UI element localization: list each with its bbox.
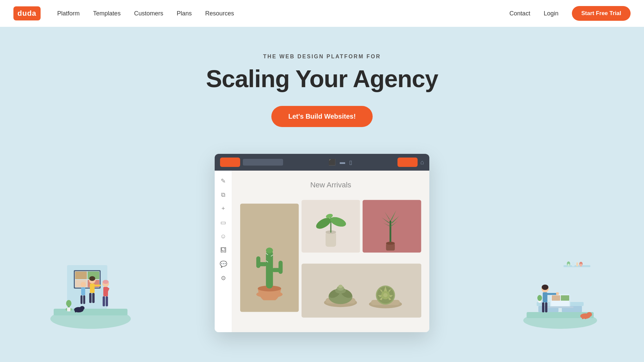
mobile-icon[interactable]: ▯ <box>349 159 352 166</box>
svg-rect-20 <box>103 296 105 306</box>
svg-rect-68 <box>256 256 260 268</box>
topbar-orange-button[interactable] <box>220 158 240 167</box>
svg-rect-12 <box>67 307 70 311</box>
hero-cta-button[interactable]: Let's Build Websites! <box>271 106 372 127</box>
hero-subtitle: THE WEB DESIGN PLATFORM FOR <box>7 54 637 60</box>
svg-rect-15 <box>89 293 92 303</box>
svg-rect-26 <box>83 295 85 304</box>
nav-platform[interactable]: Platform <box>57 10 80 17</box>
chat-icon[interactable]: 💬 <box>220 260 227 268</box>
svg-rect-24 <box>81 287 85 295</box>
canvas-section-title: New Arrivals <box>240 181 421 189</box>
product-plant-beige <box>302 196 360 258</box>
svg-rect-52 <box>542 302 544 312</box>
cart-icon[interactable]: ⛾ <box>220 247 226 254</box>
svg-point-32 <box>103 280 109 284</box>
add-icon[interactable]: + <box>221 205 225 212</box>
svg-rect-59 <box>582 316 584 319</box>
svg-rect-46 <box>572 262 575 266</box>
svg-rect-49 <box>580 264 582 266</box>
product-plant-pink <box>363 196 421 258</box>
topbar-center: ⬛ ▬ ▯ <box>328 159 352 166</box>
svg-rect-54 <box>547 293 557 295</box>
settings-icon[interactable]: ⚙ <box>221 275 226 282</box>
svg-rect-42 <box>547 306 574 308</box>
nav-plans[interactable]: Plans <box>177 10 192 17</box>
svg-rect-86 <box>302 264 421 318</box>
svg-rect-70 <box>278 261 282 274</box>
person-icon[interactable]: ☺ <box>220 233 226 240</box>
desktop-icon[interactable]: ⬛ <box>328 159 336 166</box>
svg-point-28 <box>80 306 85 310</box>
nav-login[interactable]: Login <box>544 10 558 17</box>
topbar-bar <box>243 159 283 166</box>
hero-section: THE WEB DESIGN PLATFORM FOR Scaling Your… <box>0 27 644 140</box>
svg-rect-41 <box>561 295 569 301</box>
topbar-right: ⌂ <box>397 158 424 167</box>
folder-icon[interactable]: ▭ <box>220 219 226 226</box>
navbar: duda Platform Templates Customers Plans … <box>0 0 644 27</box>
svg-point-85 <box>386 242 395 245</box>
svg-point-71 <box>266 247 273 253</box>
svg-rect-29 <box>75 310 76 312</box>
hero-title: Scaling Your Agency <box>7 65 637 93</box>
start-free-trial-button[interactable]: Start Free Trial <box>572 6 631 21</box>
editor-body: ✎ ⧉ + ▭ ☺ ⛾ 💬 ⚙ New Arrivals <box>215 171 429 332</box>
svg-rect-60 <box>585 316 586 319</box>
nav-templates[interactable]: Templates <box>93 10 121 17</box>
edit-icon[interactable]: ✎ <box>221 177 226 185</box>
nav-customers[interactable]: Customers <box>134 10 163 17</box>
tablet-icon[interactable]: ▬ <box>340 159 345 165</box>
illustration-right <box>520 245 600 332</box>
nav-contact[interactable]: Contact <box>509 10 530 17</box>
svg-point-58 <box>587 312 592 317</box>
svg-rect-53 <box>545 302 547 312</box>
editor-mockup: ⬛ ▬ ▯ ⌂ ✎ ⧉ + ▭ ☺ ⛾ 💬 ⚙ <box>215 154 429 332</box>
svg-point-94 <box>338 285 343 288</box>
product-succulents <box>302 260 421 322</box>
svg-rect-25 <box>80 295 83 304</box>
product-grid <box>240 196 421 322</box>
nav-right: Contact Login Start Free Trial <box>509 6 631 21</box>
home-icon[interactable]: ⌂ <box>420 159 424 166</box>
nav-resources[interactable]: Resources <box>205 10 234 17</box>
topbar-left <box>220 158 283 167</box>
editor-topbar: ⬛ ▬ ▯ ⌂ <box>215 154 429 171</box>
product-cactus <box>240 196 299 322</box>
illustration-left <box>47 245 134 332</box>
svg-rect-17 <box>94 285 101 286</box>
svg-rect-21 <box>106 296 108 306</box>
topbar-publish-button[interactable] <box>397 158 418 167</box>
svg-rect-14 <box>90 284 95 293</box>
editor-sidebar: ✎ ⧉ + ▭ ☺ ⛾ 💬 ⚙ <box>215 171 232 332</box>
svg-point-100 <box>383 293 388 297</box>
svg-rect-16 <box>92 293 95 303</box>
svg-point-56 <box>542 285 548 290</box>
svg-point-23 <box>80 282 86 287</box>
nav-links: Platform Templates Customers Plans Resou… <box>57 10 509 17</box>
pages-icon[interactable]: ⧉ <box>221 191 225 198</box>
svg-point-11 <box>66 300 71 307</box>
svg-rect-5 <box>75 272 87 279</box>
svg-point-31 <box>89 276 95 281</box>
svg-rect-45 <box>568 264 570 266</box>
svg-rect-1 <box>54 309 127 315</box>
svg-rect-47 <box>576 262 578 266</box>
svg-rect-76 <box>325 232 336 247</box>
svg-rect-55 <box>556 292 559 295</box>
svg-rect-30 <box>77 310 79 312</box>
logo[interactable]: duda <box>13 6 41 20</box>
logo-text: duda <box>17 9 37 17</box>
svg-rect-40 <box>552 295 560 301</box>
svg-rect-51 <box>543 292 547 302</box>
editor-canvas: New Arrivals <box>232 171 429 332</box>
content-area: ⬛ ▬ ▯ ⌂ ✎ ⧉ + ▭ ☺ ⛾ 💬 ⚙ <box>0 154 644 332</box>
svg-point-62 <box>537 295 542 301</box>
svg-rect-83 <box>390 221 391 244</box>
